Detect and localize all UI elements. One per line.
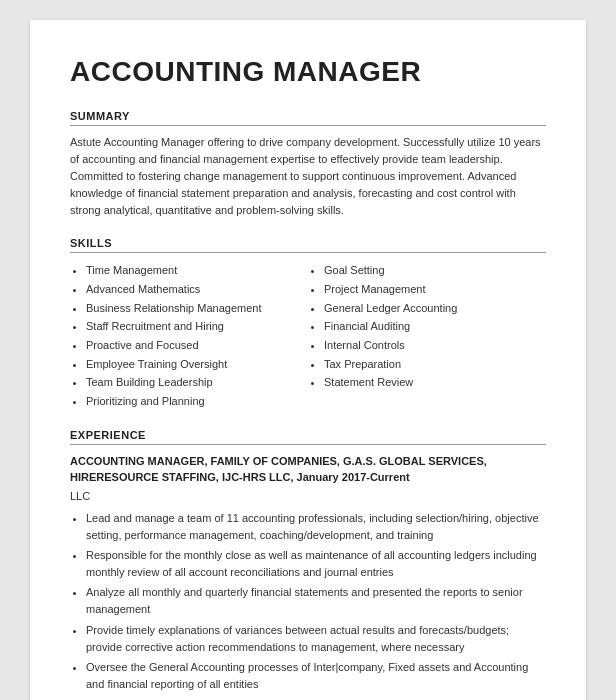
skills-section-title: SKILLS	[70, 237, 546, 253]
list-item: Responsible for the monthly close as wel…	[86, 547, 546, 581]
list-item: Proactive and Focused	[86, 336, 298, 355]
list-item: Tax Preparation	[324, 355, 536, 374]
experience-section: EXPERIENCE ACCOUNTING MANAGER, FAMILY OF…	[70, 429, 546, 700]
skills-right-col: Goal Setting Project Management General …	[308, 261, 546, 411]
skills-left-col: Time Management Advanced Mathematics Bus…	[70, 261, 308, 411]
page-wrapper: ACCOUNTING MANAGER SUMMARY Astute Accoun…	[0, 0, 616, 700]
list-item: Team Building Leadership	[86, 373, 298, 392]
list-item: Advanced Mathematics	[86, 280, 298, 299]
experience-job-title: ACCOUNTING MANAGER, FAMILY OF COMPANIES,…	[70, 453, 546, 486]
list-item: Lead and manage a team of 11 accounting …	[86, 510, 546, 544]
summary-text: Astute Accounting Manager offering to dr…	[70, 134, 546, 219]
list-item: Responsible for all accounting activitie…	[86, 696, 546, 700]
skills-grid: Time Management Advanced Mathematics Bus…	[70, 261, 546, 411]
resume-title: ACCOUNTING MANAGER	[70, 56, 546, 88]
list-item: Project Management	[324, 280, 536, 299]
list-item: Analyze all monthly and quarterly financ…	[86, 584, 546, 618]
summary-section: SUMMARY Astute Accounting Manager offeri…	[70, 110, 546, 219]
list-item: General Ledger Accounting	[324, 299, 536, 318]
list-item: Financial Auditing	[324, 317, 536, 336]
list-item: Prioritizing and Planning	[86, 392, 298, 411]
experience-list: Lead and manage a team of 11 accounting …	[70, 510, 546, 700]
experience-sub: LLC	[70, 488, 546, 505]
list-item: Provide timely explanations of variances…	[86, 622, 546, 656]
experience-section-title: EXPERIENCE	[70, 429, 546, 445]
summary-section-title: SUMMARY	[70, 110, 546, 126]
skills-right-list: Goal Setting Project Management General …	[308, 261, 536, 392]
list-item: Staff Recruitment and Hiring	[86, 317, 298, 336]
skills-section: SKILLS Time Management Advanced Mathemat…	[70, 237, 546, 411]
list-item: Time Management	[86, 261, 298, 280]
list-item: Employee Training Oversight	[86, 355, 298, 374]
skills-left-list: Time Management Advanced Mathematics Bus…	[70, 261, 298, 411]
list-item: Business Relationship Management	[86, 299, 298, 318]
list-item: Goal Setting	[324, 261, 536, 280]
list-item: Internal Controls	[324, 336, 536, 355]
list-item: Statement Review	[324, 373, 536, 392]
resume-card: ACCOUNTING MANAGER SUMMARY Astute Accoun…	[30, 20, 586, 700]
list-item: Oversee the General Accounting processes…	[86, 659, 546, 693]
